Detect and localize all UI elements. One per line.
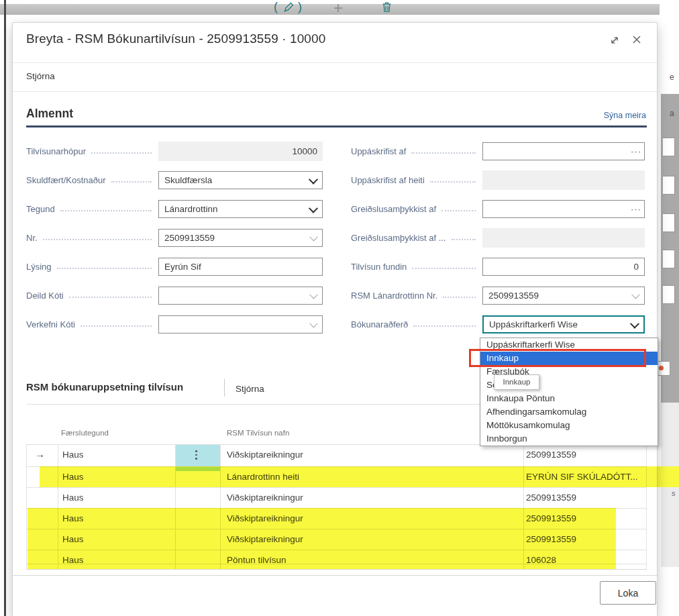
close-icon[interactable] [629,32,644,47]
row-options-icon[interactable] [195,450,197,460]
field-input-verkefni-k-ti[interactable] [158,315,323,333]
field-value: Lánardrottinn [159,204,305,214]
dotted-leader [412,268,476,269]
dotted-leader [441,210,476,211]
background-field-fragment [663,250,675,268]
field-value: Uppáskriftarkerfi Wise [484,319,626,329]
field-input-rsm-l-nardrottinn-nr[interactable]: 2509913559 [482,287,645,305]
field-value: 2509913559 [483,291,627,301]
lookup-chevron-icon[interactable] [305,235,322,241]
column-header-faerslutegund[interactable]: Færslutegund [61,429,109,437]
subsection-menu-stjorna[interactable]: Stjórna [236,384,264,394]
dropdown-option-innkaupa-p-ntun[interactable]: Innkaupa Pöntun [480,392,658,405]
edit-dialog: Breyta - RSM Bókunartilvísun - 250991355… [12,22,658,616]
chevron-down-icon[interactable] [626,321,643,328]
table-row[interactable]: HausViðskiptareikningur2509913559 [26,529,647,550]
column-header-rsm-tilvisun-nafn[interactable]: RSM Tilvísun nafn [227,429,289,437]
table-row[interactable]: HausLánardrottinn heitiEYRÚN SIF SKÚLADÓ… [26,466,647,487]
dropdown-option-m-tt-kusamkomulag[interactable]: Móttökusamkomulag [480,419,658,432]
cell-value[interactable]: 2509913559 [526,513,576,523]
column-border [220,445,221,569]
cell-faerslutegund[interactable]: Haus [62,472,84,482]
cell-tilvisun-nafn[interactable]: Lánardrottinn heiti [227,472,299,482]
delete-icon[interactable] [380,1,393,13]
table-row[interactable]: HausPöntun tilvísun106028 [26,550,647,569]
dialog-title: Breyta - RSM Bókunartilvísun - 250991355… [26,32,325,46]
field-label: Greiðslusamþykkist af ... [351,233,446,243]
field-input-b-kunara-fer[interactable]: Uppáskriftarkerfi Wise [482,315,645,333]
background-field-fragment [663,213,675,232]
column-border [26,445,27,569]
chevron-down-icon[interactable] [305,206,322,213]
field-input-tegund[interactable]: Lánardrottinn [158,200,323,218]
annotation-red-rectangle [469,349,646,367]
cell-faerslutegund[interactable]: Haus [62,450,84,460]
field-l-sing: LýsingEyrún Sif [26,257,323,276]
dropdown-tooltip: Innkaup [494,374,539,390]
background-text-fragment: s [672,489,676,497]
field-input-grei-slusam-ykkist-af[interactable]: ··· [482,200,645,218]
background-panel-strip [661,403,679,567]
field-label: RSM Lánardrottinn Nr. [351,291,437,301]
cell-tilvisun-nafn[interactable]: Viðskiptareikningur [227,534,303,544]
cell-value[interactable]: 2509913559 [526,450,576,460]
field-label: Tilvísunarhópur [26,146,86,156]
dropdown-option-afhendingarsamkomulag[interactable]: Afhendingarsamkomulag [480,405,658,419]
screen: { "colors": { "accent_teal": "#0e7d84", … [0,0,679,616]
menu-stjorna[interactable]: Stjórna [26,71,55,81]
field-label: Tegund [26,204,55,214]
background-field-fragment [663,176,675,195]
cell-tilvisun-nafn[interactable]: Viðskiptareikningur [227,450,303,460]
field-input-nr[interactable]: 2509913559 [158,229,323,247]
field-value: Eyrún Sif [159,262,322,272]
table-row[interactable]: HausViðskiptareikningur2509913559 [26,508,647,529]
paren-open: ( [274,0,278,13]
field-grei-slusam-ykkist-af: Greiðslusamþykkist af ... [351,228,645,248]
reference-setup-table: →HausViðskiptareikningur2509913559HausLá… [26,444,647,570]
cell-faerslutegund[interactable]: Haus [62,493,84,503]
chevron-glyph [309,203,318,213]
show-more-link[interactable]: Sýna meira [604,111,646,120]
field-input-deild-k-ti[interactable] [158,287,323,305]
table-row[interactable]: HausViðskiptareikningur2509913559 [26,487,647,508]
field-input-upp-skrifist-af[interactable]: ··· [482,142,645,160]
chevron-glyph [630,319,639,328]
cell-value[interactable]: 2509913559 [526,534,576,544]
field-input-tilv-sun-fundin[interactable]: 0 [482,258,645,276]
chevron-glyph [309,291,318,299]
field-nr: Nr.2509913559 [26,228,323,248]
add-icon[interactable]: + [333,0,343,17]
chevron-down-icon[interactable] [305,177,322,184]
column-border [58,445,58,569]
close-dialog-button[interactable]: Loka [600,581,656,605]
dropdown-option-innborgun[interactable]: Innborgun [480,432,658,446]
edit-icon[interactable] [282,1,295,13]
cell-tilvisun-nafn[interactable]: Viðskiptareikningur [227,513,303,523]
field-upp-skrifist-af: Uppáskrifist af··· [351,142,645,161]
field-label: Tilvísun fundin [351,262,407,272]
assist-edit-icon[interactable]: ··· [631,146,644,156]
cell-tilvisun-nafn[interactable]: Viðskiptareikningur [227,493,303,503]
assist-edit-icon[interactable]: ··· [631,204,644,214]
resize-dialog-icon[interactable] [607,33,622,48]
cell-faerslutegund[interactable]: Haus [62,513,84,523]
lookup-chevron-icon[interactable] [627,293,644,299]
divider [13,62,657,63]
table-bottom-border [26,569,647,570]
field-tilv-sun-fundin: Tilvísun fundin0 [351,257,645,276]
field-input-skuldf-rt-kostna-ur[interactable]: Skuldfærsla [158,171,323,189]
dotted-leader [57,268,152,269]
cell-value[interactable]: EYRÚN SIF SKÚLADÓTT... [526,472,638,482]
lookup-chevron-icon[interactable] [305,321,322,327]
field-deild-k-ti: Deild Kóti [26,286,323,305]
dotted-leader [60,210,152,211]
field-label: Verkefni Kóti [26,319,75,329]
divider [224,379,225,397]
field-input-l-sing[interactable]: Eyrún Sif [158,258,323,276]
lookup-chevron-icon[interactable] [305,293,322,299]
table-row[interactable]: →HausViðskiptareikningur2509913559 [26,445,647,466]
field-rsm-l-nardrottinn-nr: RSM Lánardrottinn Nr.2509913559 [351,286,645,305]
field-label: Bókunaraðferð [351,319,408,329]
cell-faerslutegund[interactable]: Haus [62,534,84,544]
cell-value[interactable]: 2509913559 [526,493,576,503]
